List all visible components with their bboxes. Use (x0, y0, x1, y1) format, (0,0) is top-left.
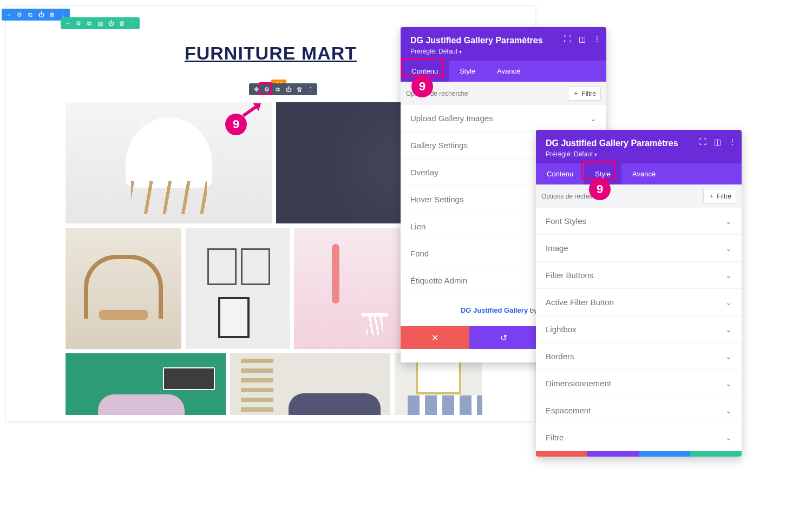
chat-bubble-icon[interactable] (306, 404, 322, 415)
annotation-badge: 9 (411, 76, 433, 97)
columns-icon[interactable]: ▥ (96, 19, 104, 27)
section-toolbar[interactable]: ＋ ⚙ ⧉ ⏻ 🗑 ⋮ (2, 9, 70, 21)
panel-preset[interactable]: Préréglé: Défaut (546, 150, 732, 158)
confirm-button[interactable]: ✓ (690, 451, 742, 457)
dock-icon[interactable]: ◫ (579, 35, 586, 43)
dock-icon[interactable]: ◫ (714, 137, 721, 146)
option-row[interactable]: Image⌄ (536, 235, 742, 262)
more-icon[interactable]: ⋮ (306, 85, 314, 93)
gallery-tile[interactable] (395, 353, 482, 415)
power-icon[interactable]: ⏻ (107, 19, 115, 27)
power-icon[interactable]: ⏻ (285, 85, 292, 93)
option-row[interactable]: Dimensionnement⌄ (536, 370, 742, 397)
chevron-down-icon: ⌄ (725, 271, 732, 280)
chevron-down-icon: ⌄ (725, 379, 732, 388)
highlight-tab-style (581, 161, 616, 180)
chevron-down-icon: ⌄ (725, 352, 732, 361)
gear-icon[interactable]: ⚙ (16, 11, 23, 18)
chevron-down-icon: ⌄ (725, 298, 732, 307)
chevron-down-icon: ⌄ (590, 114, 597, 123)
highlight-tab-content (401, 58, 444, 77)
option-row[interactable]: Lightbox⌄ (536, 316, 742, 343)
row-toolbar[interactable]: ＋ ⚙ ⧉ ▥ ⏻ 🗑 ⋮ (61, 17, 140, 29)
trash-icon[interactable]: 🗑 (296, 85, 303, 93)
power-icon[interactable]: ⏻ (37, 11, 45, 18)
plus-icon: ＋ (708, 192, 715, 201)
undo-button[interactable]: ↺ (469, 326, 538, 349)
highlight-gear (259, 82, 272, 95)
gallery-tile[interactable] (66, 228, 181, 349)
expand-icon[interactable]: ⛶ (699, 137, 706, 146)
filter-button[interactable]: ＋Filtre (568, 86, 601, 101)
gear-icon[interactable]: ⚙ (75, 19, 82, 27)
tab-advanced[interactable]: Avancé (486, 61, 531, 82)
option-row[interactable]: Espacement⌄ (536, 397, 742, 424)
panel-footer: ✕ ↺ ↻ ✓ (536, 451, 742, 457)
expand-icon[interactable]: ⛶ (564, 35, 571, 43)
options-list: Font Styles⌄ Image⌄ Filter Buttons⌄ Acti… (536, 208, 742, 451)
duplicate-icon[interactable]: ⧉ (27, 11, 34, 18)
plus-icon[interactable]: ＋ (64, 19, 71, 27)
gallery-tile[interactable] (66, 353, 226, 415)
panel-header[interactable]: DG Justified Gallery Paramètres Préréglé… (401, 27, 606, 61)
option-row[interactable]: Filtre⌄ (536, 424, 742, 451)
close-button[interactable]: ✕ (536, 451, 587, 457)
more-icon[interactable]: ⋮ (129, 19, 136, 27)
plus-icon: ＋ (573, 89, 579, 98)
tab-advanced[interactable]: Avancé (621, 163, 666, 184)
redo-button[interactable]: ↻ (639, 451, 690, 457)
gallery-tile[interactable] (186, 228, 290, 349)
option-row[interactable]: Filter Buttons⌄ (536, 262, 742, 289)
duplicate-icon[interactable]: ⧉ (86, 19, 93, 27)
option-row[interactable]: Font Styles⌄ (536, 208, 742, 235)
annotation-badge: 9 (589, 179, 611, 200)
credit-link[interactable]: DG Justified Gallery (461, 306, 528, 314)
panel-tabs: Contenu Style Avancé (536, 163, 742, 184)
panel-preset[interactable]: Préréglé: Défaut (410, 48, 597, 55)
panel-header[interactable]: DG Justified Gallery Paramètres Préréglé… (536, 130, 742, 163)
option-row[interactable]: Upload Gallery Images⌄ (401, 105, 606, 132)
chevron-down-icon: ⌄ (725, 244, 732, 253)
chevron-down-icon: ⌄ (725, 217, 732, 226)
option-row[interactable]: Borders⌄ (536, 343, 742, 370)
plus-icon[interactable]: ＋ (5, 11, 12, 18)
annotation-badge: 9 (225, 114, 247, 135)
tab-content[interactable]: Contenu (536, 163, 584, 184)
panel-search-row: ＋Filtre (536, 184, 742, 208)
more-icon[interactable]: ⋮ (729, 137, 736, 146)
chevron-down-icon: ⌄ (725, 325, 732, 334)
settings-panel-style: DG Justified Gallery Paramètres Préréglé… (536, 130, 742, 457)
trash-icon[interactable]: 🗑 (48, 11, 56, 18)
chevron-down-icon: ⌄ (725, 406, 732, 415)
trash-icon[interactable]: 🗑 (118, 19, 126, 27)
option-row[interactable]: Active Filter Button⌄ (536, 289, 742, 316)
search-input[interactable] (541, 193, 703, 200)
chevron-down-icon: ⌄ (725, 433, 732, 442)
tab-style[interactable]: Style (449, 61, 486, 82)
filter-button[interactable]: ＋Filtre (703, 189, 736, 203)
close-button[interactable]: ✕ (401, 326, 469, 349)
gallery-tile[interactable] (230, 353, 390, 415)
undo-button[interactable]: ↺ (587, 451, 639, 457)
more-icon[interactable]: ⋮ (593, 35, 601, 43)
duplicate-icon[interactable]: ⧉ (274, 85, 281, 93)
